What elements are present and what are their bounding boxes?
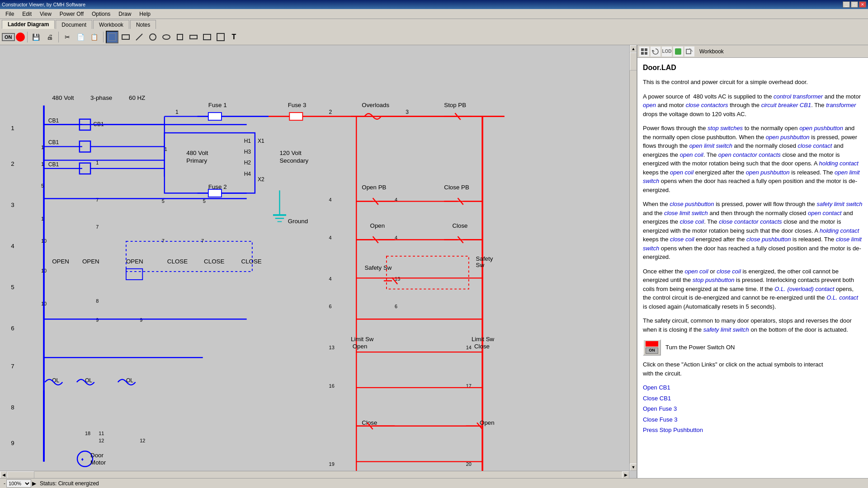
notes-content[interactable]: Door.LAD This is the control and power c… (637, 58, 868, 478)
tool-oval[interactable] (160, 31, 173, 43)
svg-text:5: 5 (41, 183, 44, 188)
tab-ladder-diagram[interactable]: Ladder Diagram (2, 20, 55, 29)
link-open-coil2[interactable]: open coil (670, 169, 693, 176)
menu-draw[interactable]: Draw (115, 10, 135, 18)
scroll-thumb-horizontal[interactable] (7, 471, 34, 478)
tab-notes[interactable]: Notes (130, 20, 156, 29)
link-close-coil[interactable]: close coil (680, 218, 704, 225)
link-safety-ls2[interactable]: safety limit switch (703, 326, 749, 333)
tab-workbook[interactable]: Workbook (93, 20, 129, 29)
zoom-plus[interactable]: ▶ (32, 480, 36, 487)
svg-text:Open: Open (353, 343, 368, 350)
link-open-cb1[interactable]: Open CB1 (643, 383, 863, 392)
print-button[interactable]: 🖨 (43, 31, 56, 43)
save-button[interactable]: 💾 (30, 31, 42, 43)
link-control-transformer[interactable]: control transformer (774, 93, 823, 100)
svg-text:1: 1 (41, 145, 44, 150)
link-close-cb1[interactable]: Close CB1 (643, 394, 863, 403)
svg-text:7: 7 (201, 238, 204, 244)
zoom-minus[interactable]: - (4, 480, 5, 487)
svg-text:Motor: Motor (90, 459, 106, 466)
link-close-pb2[interactable]: close pushbutton (746, 236, 791, 243)
link-close-coil3[interactable]: close coil (717, 268, 741, 275)
close-button[interactable]: ✕ (859, 1, 866, 8)
paste-button[interactable]: 📋 (88, 31, 101, 43)
svg-text:5: 5 (203, 198, 206, 204)
link-close-ls[interactable]: close limit switch (664, 210, 708, 216)
link-press-stop-pb[interactable]: Press Stop Pushbutton (643, 426, 863, 435)
link-close-contactors[interactable]: close contactors (686, 102, 728, 108)
right-panel-toolbar: LOD Workbook (637, 45, 868, 58)
on-button[interactable]: ON (2, 33, 15, 41)
link-holding-contact[interactable]: holding contact (819, 160, 859, 167)
link-ol-contact2[interactable]: O.L. contact (826, 294, 858, 301)
svg-text:11: 11 (99, 431, 104, 436)
menu-edit[interactable]: Edit (19, 10, 35, 18)
tab-document[interactable]: Document (56, 20, 92, 29)
link-close-pb[interactable]: close pushbutton (670, 201, 714, 207)
minimize-button[interactable]: _ (843, 1, 850, 8)
tool-square-sm[interactable] (174, 31, 186, 43)
link-open-pb2[interactable]: open pushbutton (766, 134, 810, 141)
link-ol-contact[interactable]: O.L. (overload) contact (774, 286, 834, 292)
vertical-scrollbar[interactable]: ▲ ▼ (629, 45, 637, 471)
tool-rect-lg[interactable] (201, 31, 213, 43)
link-open-ls[interactable]: open limit switch (689, 142, 732, 149)
rp-edit-button[interactable] (684, 47, 694, 56)
tool-line[interactable] (133, 31, 146, 43)
link-open-coil3[interactable]: open coil (685, 268, 708, 275)
diagram-area[interactable]: 1 2 3 4 5 6 7 8 9 480 Volt 3-phase 60 HZ… (0, 45, 637, 478)
svg-text:Ground: Ground (288, 218, 308, 225)
tool-rect-blue[interactable] (106, 31, 118, 43)
menu-help[interactable]: Help (136, 10, 154, 18)
scroll-right-arrow[interactable]: ▶ (622, 471, 629, 478)
link-close-contact[interactable]: close contact (798, 142, 832, 149)
maximize-button[interactable]: □ (851, 1, 858, 8)
link-open-contacts[interactable]: open contactor contacts (718, 151, 781, 158)
scroll-down-arrow[interactable]: ▼ (630, 464, 637, 471)
tool-square-lg[interactable] (214, 31, 227, 43)
rp-grid-button[interactable] (639, 47, 649, 56)
toolbar: ON 💾 🖨 ✂ 📄 📋 T (0, 29, 868, 45)
svg-text:Open: Open (370, 222, 385, 229)
rp-load-button[interactable]: LOD (662, 47, 672, 56)
scroll-thumb-vertical[interactable] (630, 52, 637, 70)
link-close-coil2[interactable]: close coil (670, 236, 694, 243)
rp-refresh-button[interactable] (651, 47, 660, 56)
cut-button[interactable]: ✂ (61, 31, 74, 43)
link-open-fuse3[interactable]: Open Fuse 3 (643, 404, 863, 413)
svg-text:8: 8 (96, 298, 99, 304)
link-close-fuse3[interactable]: Close Fuse 3 (643, 415, 863, 424)
svg-text:4: 4 (11, 243, 14, 249)
link-open-contact[interactable]: open contact (808, 210, 841, 216)
tool-text[interactable]: T (228, 31, 241, 43)
rp-green-button[interactable] (673, 47, 683, 56)
link-open[interactable]: open (643, 102, 656, 108)
tool-rect-outline[interactable] (119, 31, 132, 43)
link-stop-switches[interactable]: stop switches (708, 125, 743, 131)
scroll-up-arrow[interactable]: ▲ (630, 45, 637, 52)
link-transformer[interactable]: transformer (826, 102, 856, 108)
link-open-pb[interactable]: open pushbutton (799, 125, 843, 131)
scroll-left-arrow[interactable]: ◀ (0, 471, 7, 478)
link-stop-pb[interactable]: stop pushbutton (693, 277, 735, 283)
svg-rect-39 (208, 113, 222, 120)
menu-power-off[interactable]: Power Off (56, 10, 87, 18)
menu-view[interactable]: View (36, 10, 55, 18)
link-open-pb3[interactable]: open pushbutton (746, 169, 790, 176)
power-button[interactable] (16, 33, 25, 42)
link-close-contacts2[interactable]: close contactor contacts (719, 218, 782, 225)
power-switch-icon: ON (643, 339, 661, 356)
tool-circle[interactable] (146, 31, 159, 43)
link-open-coil[interactable]: open coil (680, 151, 703, 158)
horizontal-scrollbar[interactable]: ◀ ▶ (0, 471, 629, 478)
link-cb1[interactable]: circuit breaker CB1 (761, 102, 811, 108)
link-safety-ls[interactable]: safety limit switch (816, 201, 862, 207)
link-holding-contact2[interactable]: holding contact (820, 227, 859, 234)
zoom-select[interactable]: 50% 75% 100% 125% 150% 200% (6, 479, 31, 488)
tool-rect-sm[interactable] (187, 31, 200, 43)
menu-file[interactable]: File (2, 10, 18, 18)
copy-button[interactable]: 📄 (75, 31, 87, 43)
svg-text:Close: Close (474, 343, 490, 350)
menu-options[interactable]: Options (88, 10, 114, 18)
